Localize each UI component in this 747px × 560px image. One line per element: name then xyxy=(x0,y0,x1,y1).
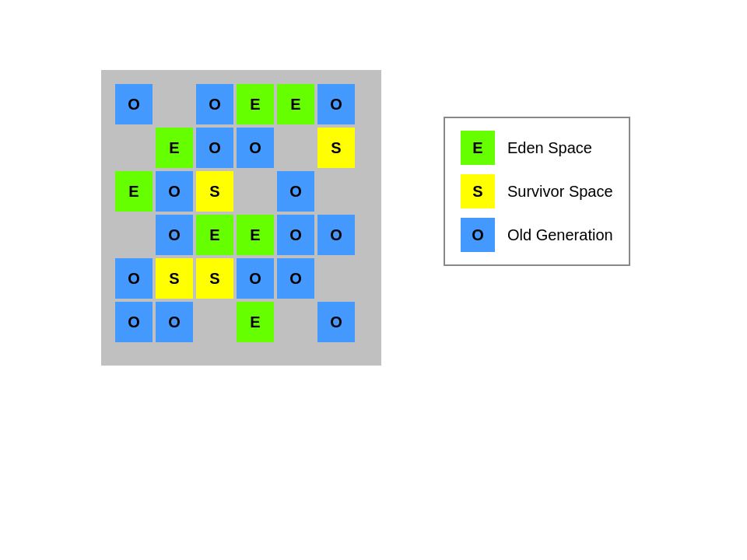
grid-cell: O xyxy=(237,128,274,168)
grid-cell xyxy=(115,128,153,168)
grid-cell: E xyxy=(237,302,274,342)
grid-cell: O xyxy=(196,128,233,168)
legend-item: EEden Space xyxy=(461,126,613,170)
grid-cell: E xyxy=(115,171,153,212)
legend-label: Old Generation xyxy=(507,226,613,244)
grid-cell: O xyxy=(237,258,274,299)
grid-cell: O xyxy=(277,258,314,299)
grid-cell: O xyxy=(156,302,193,342)
grid-cell xyxy=(277,128,314,168)
grid-cell: E xyxy=(237,215,274,255)
legend-box: E xyxy=(461,131,495,165)
grid-cell: E xyxy=(277,84,314,124)
grid-cell: E xyxy=(237,84,274,124)
grid-cell xyxy=(156,84,193,124)
legend-item: OOld Generation xyxy=(461,213,613,257)
legend-box: S xyxy=(461,174,495,208)
legend-box: O xyxy=(461,218,495,252)
heap-grid: OOEEOEOOSEOSOOEEOOOSSOOOOEO xyxy=(115,84,367,342)
heap-grid-container: OOEEOEOOSEOSOOEEOOOSSOOOOEO xyxy=(101,70,381,366)
grid-cell: S xyxy=(156,258,193,299)
grid-cell: E xyxy=(156,128,193,168)
legend-item: SSurvivor Space xyxy=(461,170,613,213)
grid-cell: S xyxy=(317,128,355,168)
legend: EEden SpaceSSurvivor SpaceOOld Generatio… xyxy=(444,117,630,266)
grid-cell xyxy=(277,302,314,342)
page-title xyxy=(0,0,747,54)
grid-cell: S xyxy=(196,258,233,299)
grid-cell xyxy=(317,258,355,299)
grid-cell: O xyxy=(115,258,153,299)
grid-cell: S xyxy=(196,171,233,212)
grid-cell: O xyxy=(115,302,153,342)
grid-cell: O xyxy=(115,84,153,124)
grid-cell: O xyxy=(196,84,233,124)
grid-cell: O xyxy=(317,302,355,342)
grid-cell: O xyxy=(317,215,355,255)
grid-cell xyxy=(115,215,153,255)
grid-cell: O xyxy=(156,215,193,255)
grid-cell: O xyxy=(317,84,355,124)
grid-cell: E xyxy=(196,215,233,255)
grid-cell xyxy=(317,171,355,212)
grid-cell xyxy=(237,171,274,212)
legend-label: Survivor Space xyxy=(507,183,613,201)
grid-cell: O xyxy=(156,171,193,212)
grid-cell: O xyxy=(277,215,314,255)
grid-cell: O xyxy=(277,171,314,212)
grid-cell xyxy=(196,302,233,342)
legend-label: Eden Space xyxy=(507,139,592,157)
main-content: OOEEOEOOSEOSOOEEOOOSSOOOOEO EEden SpaceS… xyxy=(0,54,747,366)
